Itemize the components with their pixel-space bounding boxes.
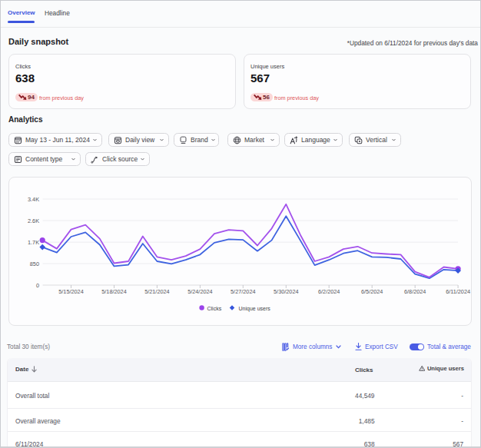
svg-text:1.7K: 1.7K <box>28 239 39 246</box>
svg-text:850: 850 <box>30 261 39 267</box>
svg-text:5/21/2024: 5/21/2024 <box>144 288 169 295</box>
svg-text:0: 0 <box>36 282 39 289</box>
svg-text:5/15/2024: 5/15/2024 <box>58 288 83 295</box>
svg-text:3.4K: 3.4K <box>28 196 39 203</box>
svg-text:6/2/2024: 6/2/2024 <box>318 288 340 295</box>
svg-text:5/18/2024: 5/18/2024 <box>101 288 126 295</box>
svg-text:5/24/2024: 5/24/2024 <box>187 288 212 295</box>
svg-text:5/27/2024: 5/27/2024 <box>231 288 255 295</box>
svg-text:5/30/2024: 5/30/2024 <box>274 288 298 295</box>
svg-text:2.6K: 2.6K <box>28 217 39 224</box>
svg-text:6/11/2024: 6/11/2024 <box>446 288 470 295</box>
svg-text:Unique users: Unique users <box>239 306 271 312</box>
svg-text:Clicks: Clicks <box>207 306 222 311</box>
svg-text:6/8/2024: 6/8/2024 <box>404 288 426 295</box>
svg-text:6/5/2024: 6/5/2024 <box>361 288 383 295</box>
